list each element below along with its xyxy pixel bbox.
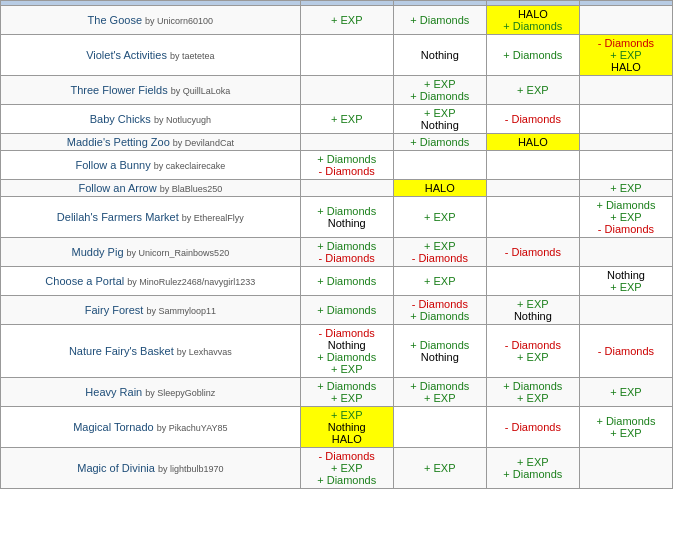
option-d-cell: Nothing+ EXP	[579, 267, 672, 296]
option-c-cell: - Diamonds	[486, 238, 579, 267]
option-a-cell: + EXPNothingHALO	[300, 407, 393, 448]
option-c-cell: - Diamonds	[486, 407, 579, 448]
story-cell: Heavy Rain by SleepyGoblinz	[1, 378, 301, 407]
option-c-cell: - Diamonds+ EXP	[486, 325, 579, 378]
option-a-cell: + Diamonds+ EXP	[300, 378, 393, 407]
option-d-cell: + Diamonds+ EXP- Diamonds	[579, 197, 672, 238]
option-d-cell	[579, 134, 672, 151]
option-a-cell: + EXP	[300, 105, 393, 134]
option-d-cell: + Diamonds+ EXP	[579, 407, 672, 448]
option-b-cell: + Diamonds	[393, 134, 486, 151]
story-cell: Choose a Portal by MinoRulez2468/navygir…	[1, 267, 301, 296]
option-d-cell: + EXP	[579, 378, 672, 407]
option-b-cell: + EXP- Diamonds	[393, 238, 486, 267]
option-b-cell	[393, 151, 486, 180]
option-d-cell	[579, 105, 672, 134]
option-a-cell: + Diamonds	[300, 296, 393, 325]
option-c-cell: + Diamonds	[486, 35, 579, 76]
option-c-cell	[486, 267, 579, 296]
option-b-cell: + DiamondsNothing	[393, 325, 486, 378]
option-a-cell: + Diamonds	[300, 267, 393, 296]
story-cell: Magical Tornado by PikachuYAY85	[1, 407, 301, 448]
story-cell: Maddie's Petting Zoo by DevilandCat	[1, 134, 301, 151]
option-c-cell: + EXP	[486, 76, 579, 105]
story-cell: Three Flower Fields by QuillLaLoka	[1, 76, 301, 105]
main-table: The Goose by Unicorn60100+ EXP+ Diamonds…	[0, 0, 673, 489]
option-a-cell: + Diamonds- Diamonds	[300, 151, 393, 180]
option-c-cell: + Diamonds+ EXP	[486, 378, 579, 407]
option-a-cell: + DiamondsNothing	[300, 197, 393, 238]
option-c-cell: HALO	[486, 134, 579, 151]
option-c-cell: HALO+ Diamonds	[486, 6, 579, 35]
option-b-cell	[393, 407, 486, 448]
option-b-cell: + EXP+ Diamonds	[393, 76, 486, 105]
option-d-cell	[579, 6, 672, 35]
story-cell: Magic of Divinia by lightbulb1970	[1, 448, 301, 489]
option-a-cell	[300, 180, 393, 197]
option-d-cell	[579, 151, 672, 180]
option-a-cell	[300, 76, 393, 105]
option-a-cell: - Diamonds+ EXP+ Diamonds	[300, 448, 393, 489]
story-cell: Muddy Pig by Unicorn_Rainbows520	[1, 238, 301, 267]
option-b-cell: Nothing	[393, 35, 486, 76]
story-cell: Fairy Forest by Sammyloop11	[1, 296, 301, 325]
option-d-cell: - Diamonds+ EXPHALO	[579, 35, 672, 76]
option-d-cell	[579, 76, 672, 105]
option-d-cell: - Diamonds	[579, 325, 672, 378]
option-c-cell	[486, 180, 579, 197]
option-b-cell: + Diamonds	[393, 6, 486, 35]
option-a-cell	[300, 134, 393, 151]
story-cell: Follow a Bunny by cakeclairecake	[1, 151, 301, 180]
option-b-cell: + EXPNothing	[393, 105, 486, 134]
option-c-cell	[486, 197, 579, 238]
option-d-cell: + EXP	[579, 180, 672, 197]
option-a-cell	[300, 35, 393, 76]
option-c-cell	[486, 151, 579, 180]
option-d-cell	[579, 448, 672, 489]
option-b-cell: + EXP	[393, 267, 486, 296]
story-cell: Violet's Activities by taetetea	[1, 35, 301, 76]
option-a-cell: + EXP	[300, 6, 393, 35]
option-b-cell: + EXP	[393, 448, 486, 489]
option-b-cell: + EXP	[393, 197, 486, 238]
option-c-cell: + EXP+ Diamonds	[486, 448, 579, 489]
option-a-cell: - DiamondsNothing+ Diamonds+ EXP	[300, 325, 393, 378]
story-cell: Delilah's Farmers Market by EtherealFlyy	[1, 197, 301, 238]
story-cell: Nature Fairy's Basket by Lexhavvas	[1, 325, 301, 378]
story-cell: Follow an Arrow by BlaBlues250	[1, 180, 301, 197]
option-d-cell	[579, 238, 672, 267]
story-cell: The Goose by Unicorn60100	[1, 6, 301, 35]
option-c-cell: + EXPNothing	[486, 296, 579, 325]
option-a-cell: + Diamonds- Diamonds	[300, 238, 393, 267]
option-b-cell: HALO	[393, 180, 486, 197]
option-c-cell: - Diamonds	[486, 105, 579, 134]
option-b-cell: - Diamonds+ Diamonds	[393, 296, 486, 325]
option-b-cell: + Diamonds+ EXP	[393, 378, 486, 407]
option-d-cell	[579, 296, 672, 325]
story-cell: Baby Chicks by Notlucyugh	[1, 105, 301, 134]
